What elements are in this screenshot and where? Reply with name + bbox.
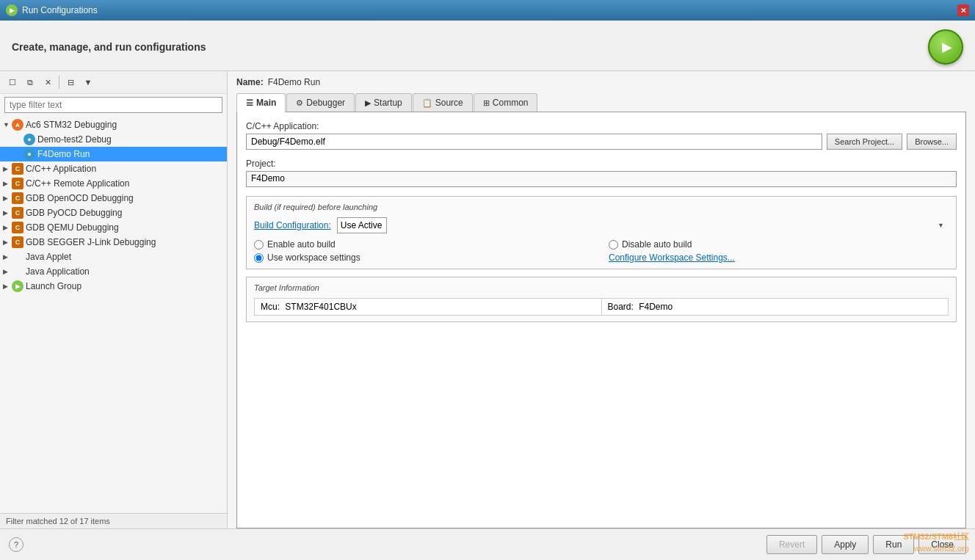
run-button[interactable]: Run (873, 535, 914, 554)
tab-main[interactable]: ☰ Main (236, 93, 286, 112)
launch-group-label: Launch Group (26, 281, 81, 291)
ac6-icon: A (12, 119, 23, 131)
filter-input[interactable] (4, 97, 222, 113)
name-row: Name: F4Demo Run (236, 77, 966, 87)
build-section: Build (if required) before launching Bui… (246, 196, 957, 269)
build-config-link[interactable]: Build Configuration: (254, 220, 331, 230)
duplicate-config-button[interactable]: ⧉ (22, 74, 38, 90)
board-value: F4Demo (639, 302, 673, 312)
close-button[interactable]: Close (918, 535, 966, 554)
left-panel: ☐ ⧉ ✕ ⊟ ▼ ▼ A Ac6 STM32 Debugging (0, 71, 228, 528)
ac6-stm32-label: Ac6 STM32 Debugging (26, 120, 117, 130)
java-app-label: Java Application (26, 266, 90, 277)
config-panel: C/C++ Application: Search Project... Bro… (236, 112, 966, 528)
build-config-select[interactable]: Use Active Debug Release (337, 217, 387, 233)
cpp-app-input[interactable] (246, 134, 822, 150)
help-button[interactable]: ? (9, 537, 23, 552)
header-area: Create, manage, and run configurations (0, 21, 975, 71)
cpp-remote-label: C/C++ Remote Application (26, 178, 129, 189)
mcu-label: Mcu: (261, 302, 280, 312)
main-tab-icon: ☰ (246, 98, 253, 108)
filter-button[interactable]: ▼ (80, 74, 96, 90)
f4demo-label: F4Demo Run (37, 149, 90, 159)
gdb-pyocd-arrow: ▶ (3, 209, 12, 217)
gdb-segger-arrow: ▶ (3, 239, 12, 246)
enable-auto-build-radio[interactable] (254, 240, 264, 250)
launch-group-icon: ▶ (12, 280, 23, 292)
browse-button[interactable]: Browse... (907, 134, 957, 150)
tree-item-f4demo[interactable]: ● F4Demo Run (0, 147, 227, 161)
run-config-icon: ▶ (6, 4, 18, 16)
cpp-remote-arrow: ▶ (3, 180, 12, 187)
enable-auto-build-item: Enable auto build (254, 239, 594, 250)
tab-common[interactable]: ⊞ Common (474, 93, 538, 112)
name-label: Name: (236, 77, 264, 87)
demo-test2-label: Demo-test2 Debug (37, 134, 112, 145)
disable-auto-build-label: Disable auto build (622, 239, 692, 250)
tree-item-gdb-openocd[interactable]: ▶ C GDB OpenOCD Debugging (0, 191, 227, 206)
tree-item-cpp-app[interactable]: ▶ C C/C++ Application (0, 161, 227, 176)
left-toolbar: ☐ ⧉ ✕ ⊟ ▼ (0, 71, 227, 94)
disable-auto-build-radio[interactable] (609, 240, 618, 250)
tree-item-java-applet[interactable]: ▶ Java Applet (0, 250, 227, 264)
gdb-qemu-label: GDB QEMU Debugging (26, 222, 119, 233)
gdb-qemu-arrow: ▶ (3, 224, 12, 231)
configure-workspace-link[interactable]: Configure Workspace Settings... (609, 252, 735, 263)
tree-item-gdb-pyocd[interactable]: ▶ C GDB PyOCD Debugging (0, 206, 227, 220)
tab-startup[interactable]: ▶ Startup (355, 93, 412, 112)
name-value: F4Demo Run (268, 77, 320, 87)
java-app-icon (12, 266, 23, 277)
tree-item-java-app[interactable]: ▶ Java Application (0, 264, 227, 279)
use-workspace-item: Use workspace settings (254, 252, 594, 263)
ac6-expand-arrow: ▼ (3, 121, 12, 128)
target-info-section: Target Information Mcu: STM32F401CBUx Bo… (246, 277, 957, 322)
mcu-value: STM32F401CBUx (285, 302, 356, 312)
window-close-button[interactable]: ✕ (957, 4, 969, 16)
cpp-app-icon: C (12, 163, 23, 175)
title-bar-text: Run Configurations (22, 5, 98, 15)
source-tab-icon: 📋 (422, 98, 432, 108)
java-applet-icon (12, 251, 23, 263)
title-bar: ▶ Run Configurations ✕ (0, 0, 975, 21)
collapse-all-button[interactable]: ⊟ (62, 74, 79, 90)
tree-item-ac6-stm32[interactable]: ▼ A Ac6 STM32 Debugging (0, 117, 227, 132)
disable-auto-build-item: Disable auto build (609, 239, 949, 250)
main-tab-label: Main (256, 98, 276, 108)
common-tab-label: Common (493, 98, 529, 108)
right-panel: Name: F4Demo Run ☰ Main ⚙ Debugger ▶ Sta… (228, 71, 975, 528)
gdb-openocd-icon: C (12, 192, 23, 204)
tree-item-gdb-segger[interactable]: ▶ C GDB SEGGER J-Link Debugging (0, 235, 227, 250)
common-tab-icon: ⊞ (483, 98, 490, 108)
tree-item-launch-group[interactable]: ▶ ▶ Launch Group (0, 279, 227, 294)
delete-config-button[interactable]: ✕ (40, 74, 56, 90)
tab-source[interactable]: 📋 Source (413, 93, 473, 112)
cpp-app-field-label: C/C++ Application: (246, 121, 957, 131)
debugger-tab-label: Debugger (306, 98, 345, 108)
run-circle-button[interactable] (928, 29, 963, 65)
build-config-row: Build Configuration: Use Active Debug Re… (254, 217, 949, 233)
java-applet-label: Java Applet (26, 252, 71, 262)
gdb-qemu-icon: C (12, 222, 23, 233)
tree-item-cpp-remote[interactable]: ▶ C C/C++ Remote Application (0, 176, 227, 191)
gdb-openocd-arrow: ▶ (3, 194, 12, 202)
apply-button[interactable]: Apply (822, 535, 869, 554)
tree-item-demo-test2[interactable]: ● Demo-test2 Debug (0, 132, 227, 147)
mcu-cell: Mcu: STM32F401CBUx (254, 298, 601, 316)
target-info-row: Mcu: STM32F401CBUx Board: F4Demo (254, 298, 949, 316)
project-field-value: F4Demo (246, 171, 957, 187)
gdb-openocd-label: GDB OpenOCD Debugging (26, 193, 134, 203)
tree-item-gdb-qemu[interactable]: ▶ C GDB QEMU Debugging (0, 220, 227, 235)
f4demo-icon: ● (23, 148, 35, 160)
use-workspace-radio[interactable] (254, 253, 264, 263)
startup-tab-label: Startup (374, 98, 402, 108)
new-config-button[interactable]: ☐ (4, 74, 21, 90)
search-project-button[interactable]: Search Project... (827, 134, 902, 150)
bottom-bar: ? Revert Apply Run Close (0, 528, 975, 560)
launch-group-arrow: ▶ (3, 283, 12, 290)
cpp-app-group: C/C++ Application: Search Project... Bro… (246, 121, 957, 150)
revert-button[interactable]: Revert (766, 535, 817, 554)
project-field-row: F4Demo (246, 171, 957, 187)
enable-auto-build-label: Enable auto build (267, 239, 336, 250)
toolbar-separator-1 (59, 76, 59, 89)
tab-debugger[interactable]: ⚙ Debugger (286, 93, 355, 112)
